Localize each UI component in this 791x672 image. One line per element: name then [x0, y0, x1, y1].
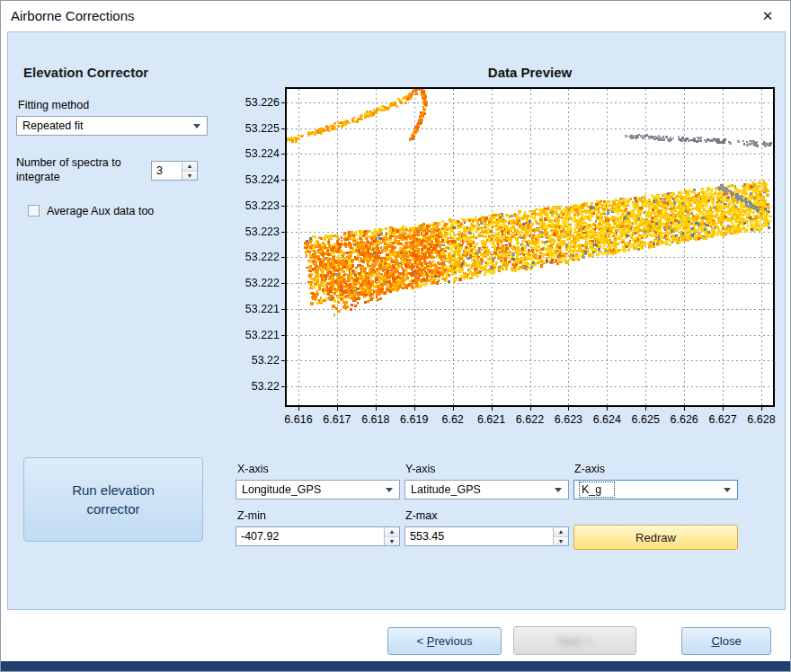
spin-up-icon[interactable]: ▲: [182, 162, 197, 171]
close-button-label: Close: [711, 634, 741, 648]
scatter-canvas: [287, 89, 773, 405]
x-tick-mark: [298, 407, 299, 411]
redraw-button-label: Redraw: [635, 531, 676, 544]
run-button-label: Run elevation corrector: [46, 481, 181, 518]
y-tick-mark: [281, 360, 285, 361]
spectra-label: Number of spectra to integrate: [16, 155, 151, 184]
y-tick-mark: [281, 128, 285, 129]
z-max-spin-buttons: ▲ ▼: [553, 527, 568, 545]
z-min-stepper: ▲ ▼: [236, 526, 400, 546]
window-title: Airborne Corrections: [11, 1, 135, 31]
z-min-spin-buttons: ▲ ▼: [384, 527, 399, 545]
y-tick-label: 53.223: [226, 225, 280, 239]
x-axis-combobox[interactable]: Longitude_GPS: [236, 480, 400, 500]
z-axis-label: Z-axis: [574, 462, 605, 476]
x-axis-value: Longitude_GPS: [242, 483, 321, 496]
y-tick-label: 53.223: [226, 199, 280, 213]
x-axis-label: X-axis: [237, 462, 269, 476]
average-aux-label: Average Aux data too: [47, 204, 154, 218]
y-tick-mark: [281, 283, 285, 284]
x-tick-mark: [684, 407, 685, 411]
z-max-input[interactable]: [405, 527, 553, 545]
y-tick-mark: [281, 232, 285, 233]
y-tick-mark: [281, 335, 285, 336]
previous-button-label: < Previous: [417, 634, 473, 648]
z-min-label: Z-min: [237, 508, 266, 523]
dialog-content: Elevation Corrector Fitting method Repea…: [7, 31, 786, 610]
airborne-corrections-dialog: Airborne Corrections ✕ Elevation Correct…: [0, 0, 791, 672]
x-tick-mark: [568, 407, 569, 411]
plot-frame: [285, 87, 775, 407]
x-tick-mark: [645, 407, 646, 411]
spin-down-icon[interactable]: ▼: [385, 536, 399, 546]
y-tick-label: 53.224: [226, 173, 280, 187]
chevron-down-icon: [386, 488, 393, 492]
spin-down-icon[interactable]: ▼: [182, 171, 197, 181]
spectra-input[interactable]: [152, 162, 182, 180]
chevron-down-icon: [193, 124, 200, 128]
x-tick-mark: [761, 407, 762, 411]
close-button[interactable]: Close: [681, 627, 771, 655]
spin-down-icon[interactable]: ▼: [554, 536, 568, 546]
close-icon: ✕: [762, 8, 774, 23]
y-tick-mark: [281, 257, 285, 258]
x-tick-mark: [607, 407, 608, 411]
next-button: Next >: [513, 626, 636, 655]
y-tick-mark: [281, 102, 285, 103]
chevron-down-icon: [724, 488, 731, 492]
run-elevation-corrector-button[interactable]: Run elevation corrector: [23, 457, 203, 542]
average-aux-checkbox[interactable]: [28, 205, 40, 217]
y-tick-label: 53.224: [226, 147, 280, 161]
window-close-button[interactable]: ✕: [749, 2, 787, 31]
z-max-stepper: ▲ ▼: [404, 526, 569, 546]
y-tick-label: 53.226: [226, 96, 280, 110]
spectra-stepper: ▲ ▼: [151, 161, 198, 181]
y-tick-label: 53.221: [226, 329, 280, 342]
y-tick-label: 53.222: [226, 277, 280, 290]
spin-up-icon[interactable]: ▲: [385, 527, 399, 536]
y-tick-label: 53.225: [226, 122, 280, 136]
z-axis-combobox[interactable]: K_g: [573, 480, 738, 500]
titlebar: Airborne Corrections ✕: [1, 1, 790, 31]
y-tick-mark: [281, 206, 285, 207]
x-tick-mark: [337, 407, 338, 411]
panel-title: Elevation Corrector: [23, 65, 148, 80]
y-tick-label: 53.222: [226, 251, 280, 264]
y-axis-value: Latitude_GPS: [411, 483, 481, 496]
y-axis-label: Y-axis: [405, 462, 436, 476]
x-tick-label: 6.628: [738, 413, 785, 427]
x-tick-mark: [530, 407, 531, 411]
fitting-method-combobox[interactable]: Repeated fit: [16, 116, 208, 136]
fitting-method-label: Fitting method: [18, 98, 89, 112]
spectra-spin-buttons: ▲ ▼: [182, 162, 197, 180]
x-tick-mark: [414, 407, 415, 411]
z-min-input[interactable]: [236, 527, 384, 545]
y-tick-mark: [281, 154, 285, 155]
x-tick-mark: [492, 407, 493, 411]
fitting-method-value: Repeated fit: [22, 119, 83, 132]
y-axis-combobox[interactable]: Latitude_GPS: [404, 480, 569, 500]
z-axis-value: K_g: [580, 482, 614, 497]
x-tick-mark: [453, 407, 454, 411]
y-tick-label: 53.22: [226, 380, 280, 393]
previous-button[interactable]: < Previous: [387, 627, 502, 655]
y-tick-mark: [281, 180, 285, 181]
bottom-strip: [1, 661, 790, 671]
chevron-down-icon: [555, 488, 562, 492]
redraw-button[interactable]: Redraw: [573, 525, 738, 550]
next-button-label: Next >: [558, 634, 592, 648]
y-tick-label: 53.221: [226, 303, 280, 316]
z-max-label: Z-max: [405, 508, 437, 523]
y-tick-mark: [281, 309, 285, 310]
y-tick-label: 53.22: [226, 354, 280, 367]
y-tick-mark: [281, 386, 285, 387]
spin-up-icon[interactable]: ▲: [554, 527, 568, 536]
x-tick-mark: [723, 407, 724, 411]
data-preview-title: Data Preview: [285, 65, 775, 80]
x-tick-mark: [376, 407, 377, 411]
